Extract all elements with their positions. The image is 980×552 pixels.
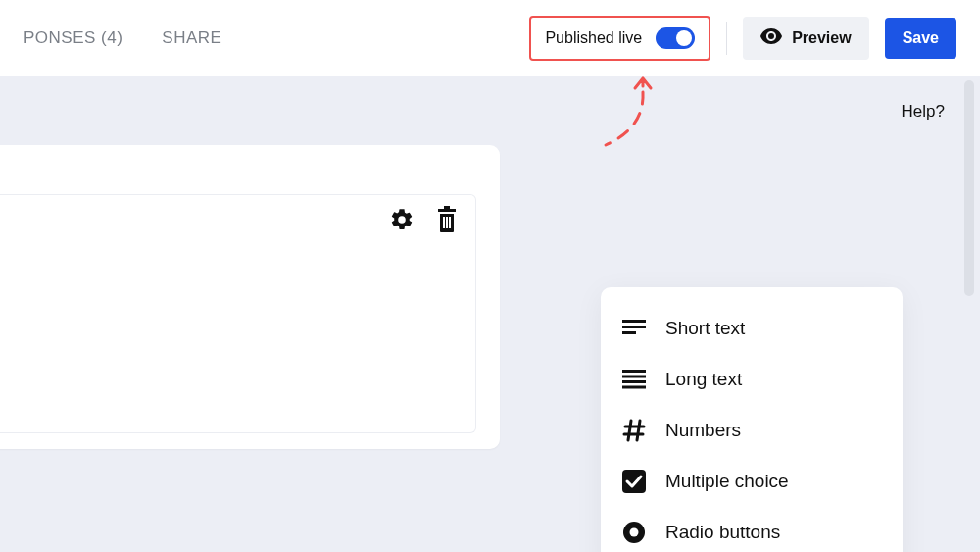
- help-link[interactable]: Help?: [902, 102, 945, 122]
- field-type-label: Short text: [665, 318, 745, 339]
- save-button[interactable]: Save: [885, 18, 956, 59]
- hash-icon: [622, 419, 646, 442]
- svg-rect-6: [622, 326, 646, 328]
- top-bar: PONSES (4) SHARE Published live Preview …: [0, 0, 980, 76]
- svg-rect-2: [443, 217, 445, 228]
- top-bar-tabs: PONSES (4) SHARE: [24, 28, 221, 48]
- preview-button[interactable]: Preview: [743, 17, 868, 60]
- toggle-knob: [676, 30, 692, 46]
- svg-rect-8: [622, 370, 646, 373]
- svg-rect-0: [438, 209, 456, 212]
- field-type-multiple-choice[interactable]: Multiple choice: [601, 456, 903, 507]
- preview-button-label: Preview: [792, 29, 851, 47]
- publish-live-toggle[interactable]: [656, 27, 695, 49]
- tab-responses[interactable]: PONSES (4): [24, 28, 122, 48]
- save-button-label: Save: [903, 29, 939, 47]
- svg-rect-10: [622, 380, 646, 383]
- svg-rect-4: [449, 217, 451, 228]
- publish-live-box: Published live: [529, 16, 710, 61]
- field-type-menu: Short text Long text Numbers Multip: [601, 287, 903, 552]
- question-card-inner: [0, 194, 476, 433]
- field-type-long-text[interactable]: Long text: [601, 354, 903, 405]
- radio-icon: [622, 521, 646, 544]
- tab-share[interactable]: SHARE: [162, 28, 221, 48]
- checkbox-icon: [622, 470, 646, 493]
- scrollbar-thumb[interactable]: [964, 80, 974, 296]
- svg-rect-3: [446, 217, 448, 228]
- question-card: [0, 145, 500, 449]
- svg-rect-1: [444, 206, 450, 209]
- svg-rect-7: [622, 331, 636, 334]
- field-type-label: Numbers: [665, 420, 741, 441]
- field-type-short-text[interactable]: Short text: [601, 303, 903, 354]
- scrollbar[interactable]: [964, 80, 974, 546]
- top-bar-actions: Published live Preview Save: [529, 16, 956, 61]
- divider: [726, 22, 727, 55]
- delete-button[interactable]: [432, 207, 462, 236]
- svg-rect-5: [622, 320, 646, 323]
- svg-point-14: [630, 528, 639, 537]
- field-type-label: Long text: [665, 369, 742, 390]
- field-type-label: Radio buttons: [665, 522, 780, 543]
- settings-button[interactable]: [387, 207, 416, 236]
- short-text-icon: [622, 317, 646, 340]
- publish-live-label: Published live: [545, 29, 642, 47]
- svg-rect-9: [622, 376, 646, 378]
- trash-icon: [435, 206, 459, 237]
- field-type-label: Multiple choice: [665, 471, 789, 492]
- svg-rect-11: [622, 386, 646, 389]
- question-card-actions: [387, 207, 462, 236]
- eye-icon: [760, 28, 782, 48]
- field-type-numbers[interactable]: Numbers: [601, 405, 903, 456]
- gear-icon: [389, 207, 415, 236]
- long-text-icon: [622, 368, 646, 391]
- field-type-radio-buttons[interactable]: Radio buttons: [601, 507, 903, 552]
